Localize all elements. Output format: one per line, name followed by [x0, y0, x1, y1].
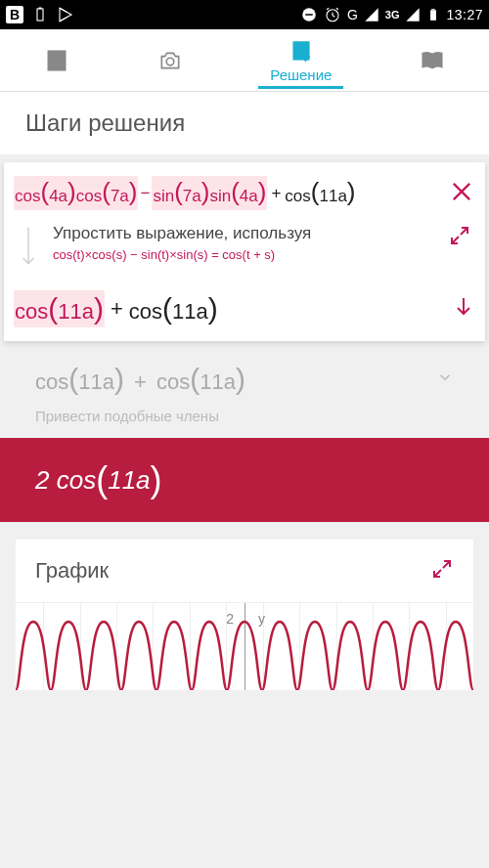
step-result-expression: cos(11a) + cos(11a): [14, 290, 444, 327]
signal-icon-1: [364, 6, 379, 23]
camera-icon: [157, 48, 183, 73]
battery-icon: [426, 6, 440, 23]
app-notification-icon: B: [6, 6, 23, 23]
collapsed-hint: Привести подобные члены: [35, 408, 454, 424]
next-step-button[interactable]: [452, 295, 475, 323]
expand-rule-button[interactable]: [448, 224, 471, 251]
arrow-down-icon: [452, 295, 475, 319]
svg-rect-5: [431, 10, 437, 20]
tab-notebook[interactable]: [408, 42, 457, 79]
network-type-label: 3G: [385, 9, 400, 21]
top-tab-bar: Решение: [0, 29, 489, 92]
alarm-icon: [324, 6, 341, 23]
tab-camera[interactable]: [146, 42, 195, 79]
tab-solution-label: Решение: [270, 66, 332, 83]
svg-point-15: [166, 58, 174, 65]
step-card-expanded: cos(4a)cos(7a) − sin(7a)sin(4a) + cos(11…: [4, 162, 485, 341]
svg-point-10: [56, 61, 58, 63]
clock-label: 13:27: [446, 7, 483, 22]
close-step-button[interactable]: [448, 178, 475, 209]
svg-point-13: [56, 65, 58, 66]
svg-point-11: [60, 61, 62, 63]
close-icon: [448, 178, 475, 205]
graph-card: График 2 y: [16, 540, 473, 690]
expand-icon: [430, 557, 454, 581]
content-area: Шаги решения cos(4a)cos(7a) − sin(7a)sin…: [0, 92, 489, 690]
tab-calculator[interactable]: [32, 42, 81, 79]
graph-plot-area[interactable]: 2 y: [16, 602, 473, 690]
signal-icon-2: [405, 6, 421, 23]
svg-point-12: [51, 65, 53, 66]
svg-rect-3: [305, 14, 313, 16]
battery-notification-icon: [31, 6, 49, 23]
function-curve: [16, 612, 473, 690]
svg-point-9: [51, 61, 53, 63]
dnd-icon: [300, 6, 318, 23]
solution-icon: [289, 39, 314, 65]
calculator-icon: [44, 48, 69, 73]
arrow-down-icon: [18, 224, 39, 275]
expand-graph-button[interactable]: [430, 557, 454, 585]
step-collapsed[interactable]: cos(11a) + cos(11a) Привести подобные чл…: [0, 349, 489, 438]
play-notification-icon: [57, 6, 74, 23]
source-expression: cos(4a)cos(7a) − sin(7a)sin(4a) + cos(11…: [14, 176, 440, 210]
rule-title: Упростить выражение, используя: [53, 224, 434, 243]
rule-formula: cos(t)×cos(s) − sin(t)×sin(s) = cos(t + …: [53, 247, 434, 262]
steps-heading: Шаги решения: [0, 92, 489, 154]
svg-rect-1: [39, 8, 42, 10]
android-status-bar: B G 3G 13:27: [0, 0, 489, 29]
collapsed-expression: cos(11a) + cos(11a): [35, 363, 245, 396]
book-icon: [420, 48, 445, 73]
rule-explanation: Упростить выражение, используя cos(t)×co…: [53, 224, 434, 262]
svg-rect-6: [432, 9, 436, 10]
network-g-icon: G: [347, 7, 358, 22]
chevron-down-icon: [436, 369, 454, 391]
final-answer: 2 cos(11a): [0, 438, 489, 522]
svg-rect-8: [50, 53, 63, 57]
svg-rect-0: [37, 9, 43, 21]
expand-icon: [448, 224, 471, 247]
svg-point-14: [60, 65, 62, 66]
graph-title: График: [35, 558, 109, 584]
tab-solution[interactable]: Решение: [258, 33, 343, 89]
